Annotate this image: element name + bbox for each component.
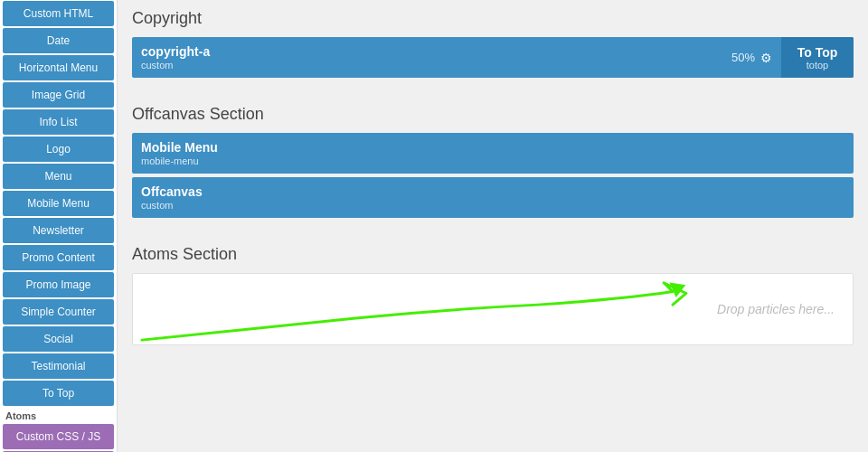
offcanvas-section: Offcanvas Section Mobile Menu mobile-men… xyxy=(118,96,868,236)
totop-label: To Top xyxy=(797,45,838,60)
atoms-label: Atoms xyxy=(0,407,117,423)
sidebar-btn-promo-image[interactable]: Promo Image xyxy=(3,272,114,297)
offcanvas-widget-name: Offcanvas xyxy=(141,184,844,199)
totop-widget[interactable]: To Top totop xyxy=(781,37,854,78)
offcanvas-widget-main: Offcanvas custom xyxy=(132,177,854,218)
sidebar-btn-date[interactable]: Date xyxy=(3,28,114,53)
mobile-menu-widget-type: mobile-menu xyxy=(141,155,844,166)
sidebar-btn-menu[interactable]: Menu xyxy=(3,164,114,189)
sidebar-btn-horizontal-menu[interactable]: Horizontal Menu xyxy=(3,55,114,80)
sidebar-btn-mobile-menu[interactable]: Mobile Menu xyxy=(3,191,114,216)
atoms-section: Atoms Section Drop particles here... xyxy=(118,236,868,360)
sidebar-btn-custom-css-js[interactable]: Custom CSS / JS xyxy=(3,424,114,449)
copyright-percent: 50% xyxy=(731,51,755,64)
sidebar: Custom HTML Date Horizontal Menu Image G… xyxy=(0,0,118,452)
drop-zone-placeholder: Drop particles here... xyxy=(717,302,835,316)
sidebar-btn-simple-counter[interactable]: Simple Counter xyxy=(3,299,114,325)
copyright-widget-main: copyright-a custom xyxy=(132,37,722,78)
sidebar-btn-info-list[interactable]: Info List xyxy=(3,109,114,135)
sidebar-btn-promo-content[interactable]: Promo Content xyxy=(3,245,114,270)
mobile-menu-widget-name: Mobile Menu xyxy=(141,140,844,155)
copyright-widget-right: 50% ⚙ xyxy=(722,37,781,78)
sidebar-btn-logo[interactable]: Logo xyxy=(3,137,114,162)
sidebar-btn-social[interactable]: Social xyxy=(3,326,114,352)
drop-zone[interactable]: Drop particles here... xyxy=(132,273,854,345)
sidebar-btn-custom-html[interactable]: Custom HTML xyxy=(3,1,114,26)
main-content: Copyright copyright-a custom 50% ⚙ To To… xyxy=(118,0,868,452)
offcanvas-title: Offcanvas Section xyxy=(132,105,854,124)
offcanvas-widget-row: Offcanvas custom xyxy=(132,177,854,218)
totop-sub: totop xyxy=(807,60,828,71)
copyright-widget-row: copyright-a custom 50% ⚙ To Top totop xyxy=(132,37,854,78)
sidebar-btn-to-top[interactable]: To Top xyxy=(3,381,114,406)
offcanvas-widget-type: custom xyxy=(141,200,844,211)
mobile-menu-widget-main: Mobile Menu mobile-menu xyxy=(132,133,854,174)
copyright-section: Copyright copyright-a custom 50% ⚙ To To… xyxy=(118,0,868,96)
sidebar-btn-newsletter[interactable]: Newsletter xyxy=(3,218,114,243)
sidebar-btn-image-grid[interactable]: Image Grid xyxy=(3,82,114,108)
copyright-widget-name: copyright-a xyxy=(141,44,713,59)
copyright-widget-type: custom xyxy=(141,60,713,71)
copyright-title: Copyright xyxy=(132,9,854,28)
mobile-menu-widget-row: Mobile Menu mobile-menu xyxy=(132,133,854,174)
svg-marker-0 xyxy=(670,280,688,298)
atoms-section-title: Atoms Section xyxy=(132,245,854,264)
sidebar-btn-testimonial[interactable]: Testimonial xyxy=(3,353,114,379)
gear-icon[interactable]: ⚙ xyxy=(760,51,772,65)
